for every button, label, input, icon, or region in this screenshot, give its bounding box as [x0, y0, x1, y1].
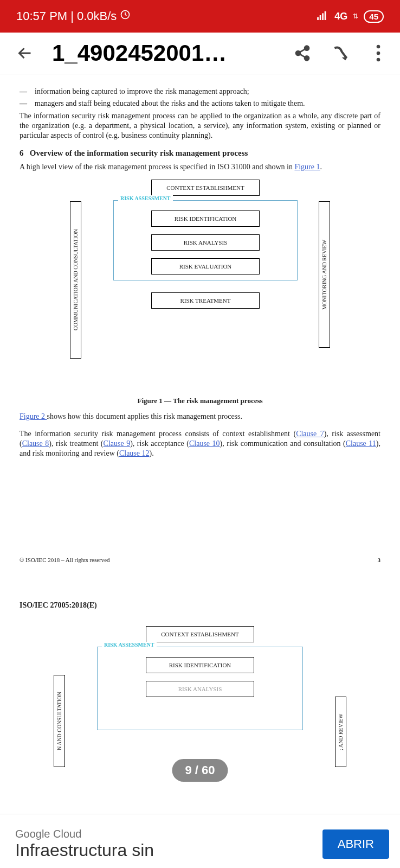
ad-text: Google Cloud Infraestructura sin: [15, 828, 154, 860]
clause-link[interactable]: Clause 7: [296, 430, 324, 438]
svg-point-5: [305, 46, 309, 50]
signal-icon: [317, 9, 329, 23]
text-run: ).: [150, 449, 154, 457]
document-page: — information being captured to improve …: [20, 87, 380, 773]
ad-brand: Google Cloud: [15, 828, 154, 840]
back-button[interactable]: [14, 42, 36, 64]
diagram-box-context: CONTEXT ESTABLISHMENT: [146, 626, 254, 642]
text-run: ), risk treatment (: [49, 439, 103, 448]
page-indicator: 9 / 60: [172, 759, 228, 782]
bullet-text: managers and staff being educated about …: [35, 99, 305, 108]
diagram-box-identification: RISK IDENTIFICATION: [151, 210, 260, 227]
more-button[interactable]: [367, 42, 389, 64]
figure-caption: Figure 1 — The risk management process: [20, 397, 380, 405]
diagram-label-ra: RISK ASSESSMENT: [102, 642, 157, 648]
svg-point-12: [377, 58, 380, 62]
document-viewport[interactable]: — information being captured to improve …: [0, 74, 400, 807]
ad-open-button[interactable]: ABRIR: [322, 829, 389, 859]
diagram-label-ra: RISK ASSESSMENT: [118, 195, 173, 201]
figure-link[interactable]: Figure 2: [20, 412, 47, 420]
bullet-dash: —: [20, 99, 27, 108]
svg-line-9: [300, 54, 305, 57]
section-title: Overview of the information security ris…: [30, 149, 248, 157]
clause-link[interactable]: Clause 8: [22, 439, 49, 448]
diagram-box-evaluation: RISK EVALUATION: [151, 258, 260, 275]
document-title: 1_4902452001…: [52, 40, 275, 66]
network-label: 4G: [334, 11, 347, 22]
status-left: 10:57 PM | 0.0kB/s: [16, 9, 131, 23]
svg-point-7: [305, 56, 309, 60]
diagram-box-analysis: RISK ANALYSIS: [151, 234, 260, 251]
clause-link[interactable]: Clause 11: [346, 439, 376, 448]
diagram-box-communication: N AND CONSULTATION: [54, 675, 65, 767]
bullet-text: information being captured to improve th…: [35, 87, 249, 96]
svg-rect-4: [325, 11, 326, 20]
diagram-box-context: CONTEXT ESTABLISHMENT: [151, 180, 260, 196]
figure-link[interactable]: Figure 1: [294, 163, 320, 171]
bullet-item: — managers and staff being educated abou…: [20, 99, 380, 108]
text-run: shows how this document applies this ris…: [47, 412, 242, 420]
svg-rect-2: [320, 15, 321, 20]
section-number: 6: [20, 149, 24, 157]
ad-title: Infraestructura sin: [15, 840, 154, 860]
svg-rect-3: [322, 13, 324, 20]
clause-link[interactable]: Clause 12: [119, 449, 150, 457]
status-time: 10:57 PM: [16, 9, 67, 23]
text-run: A high level view of the risk management…: [20, 163, 294, 171]
page-number: 3: [378, 557, 381, 563]
section-heading: 6 Overview of the information security r…: [20, 149, 380, 158]
bullet-item: — information being captured to improve …: [20, 87, 380, 96]
download-button[interactable]: [330, 42, 351, 64]
diagram-group-risk-assessment: RISK ASSESSMENT RISK IDENTIFICATION RISK…: [97, 647, 303, 730]
copyright-text: © ISO/IEC 2018 – All rights reserved: [20, 557, 110, 563]
diagram-group-risk-assessment: RISK ASSESSMENT RISK IDENTIFICATION RISK…: [113, 200, 298, 280]
svg-line-8: [300, 49, 305, 52]
diagram-box-communication: COMMUNICATION AND CONSULTATION: [70, 201, 81, 359]
figure-1-diagram: COMMUNICATION AND CONSULTATION MONITORIN…: [70, 180, 330, 380]
bullet-dash: —: [20, 87, 27, 96]
text-run: ), risk acceptance (: [130, 439, 189, 448]
status-sep: |: [70, 9, 74, 23]
clause-link[interactable]: Clause 9: [104, 439, 131, 448]
page-footer: © ISO/IEC 2018 – All rights reserved 3: [20, 557, 380, 563]
updown-icon: ⇅: [353, 12, 358, 20]
ad-banner[interactable]: Google Cloud Infraestructura sin ABRIR: [0, 814, 400, 868]
diagram-box-monitoring: ; AND REVIEW: [335, 697, 346, 767]
page-header-standard-id: ISO/IEC 27005:2018(E): [20, 601, 380, 610]
status-bar: 10:57 PM | 0.0kB/s 4G ⇅ 45: [0, 0, 400, 33]
svg-point-10: [377, 45, 380, 49]
diagram-box-monitoring: MONITORING AND REVIEW: [319, 201, 330, 348]
paragraph: The information security risk management…: [20, 111, 380, 141]
sync-icon: [120, 9, 131, 23]
text-run: ), risk communication and consultation (: [220, 439, 346, 448]
paragraph: A high level view of the risk management…: [20, 162, 380, 172]
clause-link[interactable]: Clause 10: [189, 439, 220, 448]
figure-2-diagram: N AND CONSULTATION ; AND REVIEW CONTEXT …: [54, 621, 346, 773]
status-right: 4G ⇅ 45: [317, 9, 384, 23]
app-header: 1_4902452001…: [0, 33, 400, 74]
text-run: The information security risk management…: [20, 430, 296, 438]
svg-point-11: [377, 52, 380, 55]
paragraph: Figure 2 shows how this document applies…: [20, 412, 380, 422]
diagram-box-treatment: RISK TREATMENT: [151, 292, 260, 309]
svg-point-6: [296, 51, 300, 55]
diagram-box-identification: RISK IDENTIFICATION: [146, 657, 254, 673]
status-speed: 0.0kB/s: [77, 9, 117, 23]
paragraph: The information security risk management…: [20, 429, 380, 459]
share-button[interactable]: [292, 42, 313, 64]
battery-badge: 45: [364, 10, 384, 23]
diagram-box-analysis: RISK ANALYSIS: [146, 681, 254, 697]
svg-rect-1: [317, 17, 319, 20]
